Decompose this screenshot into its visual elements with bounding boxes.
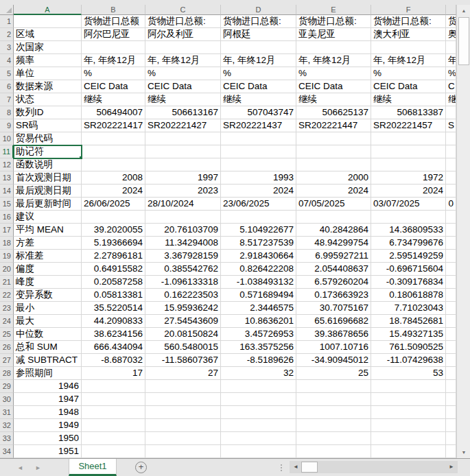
cell-C27[interactable]: -11.58607367 <box>145 354 221 367</box>
cell-B21[interactable]: 0.20587258 <box>82 276 145 289</box>
scroll-down-icon[interactable]: ▼ <box>458 447 470 458</box>
cell-F14[interactable]: 2024 <box>371 185 446 198</box>
row-header-9[interactable]: 9 <box>0 119 14 132</box>
cell-D1[interactable]: 货物进口总额: <box>221 15 296 28</box>
cell-C28[interactable]: 27 <box>145 367 221 380</box>
cell-G18[interactable] <box>446 237 456 250</box>
cell-E19[interactable]: 6.995927211 <box>296 250 371 263</box>
cell-G26[interactable] <box>446 341 456 354</box>
cell-G31[interactable] <box>446 406 456 419</box>
row-header-18[interactable]: 18 <box>0 237 14 250</box>
cell-E33[interactable] <box>296 432 371 445</box>
cell-B32[interactable] <box>82 419 145 432</box>
cell-G16[interactable] <box>446 211 456 224</box>
cell-D6[interactable]: CEIC Data <box>221 80 296 93</box>
row-header-4[interactable]: 4 <box>0 54 14 67</box>
select-all-button[interactable] <box>0 5 14 15</box>
cell-G24[interactable] <box>446 315 456 328</box>
cell-G11[interactable] <box>446 145 456 158</box>
cell-B14[interactable]: 2024 <box>82 185 145 198</box>
cell-E17[interactable]: 40.2842864 <box>296 224 371 237</box>
cell-B23[interactable]: 35.5220514 <box>82 302 145 315</box>
cell-E11[interactable] <box>296 145 371 158</box>
scroll-up-icon[interactable]: ▲ <box>458 5 470 16</box>
cell-E28[interactable]: 25 <box>296 367 371 380</box>
cell-D34[interactable] <box>221 445 296 458</box>
cell-B17[interactable]: 39.2020055 <box>82 224 145 237</box>
cell-A9[interactable]: SR码 <box>14 119 82 132</box>
cell-E32[interactable] <box>296 419 371 432</box>
row-header-7[interactable]: 7 <box>0 93 14 106</box>
cell-G13[interactable] <box>446 171 456 185</box>
cell-E16[interactable] <box>296 211 371 224</box>
row-header-20[interactable]: 20 <box>0 263 14 276</box>
cell-E21[interactable]: 6.579260204 <box>296 276 371 289</box>
cell-D9[interactable]: SR202221437 <box>221 119 296 132</box>
cell-E24[interactable]: 65.61696682 <box>296 315 371 328</box>
cell-B20[interactable]: 0.64915582 <box>82 263 145 276</box>
cell-G28[interactable] <box>446 367 456 380</box>
row-header-21[interactable]: 21 <box>0 276 14 289</box>
cell-D7[interactable]: 继续 <box>221 93 296 106</box>
cell-F28[interactable]: 53 <box>371 367 446 380</box>
cell-B18[interactable]: 5.19366694 <box>82 237 145 250</box>
cell-E31[interactable] <box>296 406 371 419</box>
cell-G25[interactable] <box>446 328 456 341</box>
row-header-30[interactable]: 30 <box>0 393 14 406</box>
cell-F1[interactable]: 货物进口总额: <box>371 15 446 28</box>
cell-B12[interactable] <box>82 158 145 171</box>
cell-D8[interactable]: 507043747 <box>221 106 296 119</box>
cell-F31[interactable] <box>371 406 446 419</box>
cell-D30[interactable] <box>221 393 296 406</box>
cell-A13[interactable]: 首次观测日期 <box>14 171 82 185</box>
cell-E30[interactable] <box>296 393 371 406</box>
cell-D11[interactable] <box>221 145 296 158</box>
cell-A18[interactable]: 方差 <box>14 237 82 250</box>
cell-A19[interactable]: 标准差 <box>14 250 82 263</box>
cell-A27[interactable]: 减 SUBTRACT <box>14 354 82 367</box>
cell-C11[interactable] <box>145 145 221 158</box>
cell-B5[interactable]: % <box>82 67 145 80</box>
cell-G4[interactable]: 年 <box>446 54 456 67</box>
cell-G22[interactable] <box>446 289 456 302</box>
cell-E3[interactable] <box>296 41 371 54</box>
cell-D28[interactable]: 32 <box>221 367 296 380</box>
cell-C25[interactable]: 20.08150824 <box>145 328 221 341</box>
cell-G9[interactable]: S <box>446 119 456 132</box>
cell-D23[interactable]: 2.3446575 <box>221 302 296 315</box>
cell-E15[interactable]: 07/05/2025 <box>296 198 371 211</box>
cell-A7[interactable]: 状态 <box>14 93 82 106</box>
cell-G23[interactable] <box>446 302 456 315</box>
cell-G10[interactable] <box>446 132 456 145</box>
cell-F2[interactable]: 澳大利亚 <box>371 28 446 41</box>
cell-D19[interactable]: 2.918430664 <box>221 250 296 263</box>
cell-D25[interactable]: 3.45726953 <box>221 328 296 341</box>
cell-E29[interactable] <box>296 380 371 393</box>
cell-F12[interactable] <box>371 158 446 171</box>
cell-F19[interactable]: 2.595149259 <box>371 250 446 263</box>
cell-C3[interactable] <box>145 41 221 54</box>
cell-F27[interactable]: -11.07429638 <box>371 354 446 367</box>
row-header-2[interactable]: 2 <box>0 28 14 41</box>
cell-G34[interactable] <box>446 445 456 458</box>
cell-A32[interactable]: 1949 <box>14 419 82 432</box>
row-header-10[interactable]: 10 <box>0 132 14 145</box>
cell-D31[interactable] <box>221 406 296 419</box>
cell-A30[interactable]: 1947 <box>14 393 82 406</box>
cell-B10[interactable] <box>82 132 145 145</box>
cell-F21[interactable]: -0.309176834 <box>371 276 446 289</box>
cell-E5[interactable]: % <box>296 67 371 80</box>
cell-A4[interactable]: 频率 <box>14 54 82 67</box>
cell-F24[interactable]: 18.78452681 <box>371 315 446 328</box>
cell-F20[interactable]: -0.696715604 <box>371 263 446 276</box>
cell-C14[interactable]: 2023 <box>145 185 221 198</box>
cell-C30[interactable] <box>145 393 221 406</box>
cell-G14[interactable] <box>446 185 456 198</box>
cell-A12[interactable]: 函数说明 <box>14 158 82 171</box>
vertical-scrollbar[interactable]: ▲ ▼ <box>456 5 470 458</box>
cell-F3[interactable] <box>371 41 446 54</box>
cell-C9[interactable]: SR202221427 <box>145 119 221 132</box>
cell-C17[interactable]: 20.76103709 <box>145 224 221 237</box>
cell-D22[interactable]: 0.571689494 <box>221 289 296 302</box>
row-header-29[interactable]: 29 <box>0 380 14 393</box>
